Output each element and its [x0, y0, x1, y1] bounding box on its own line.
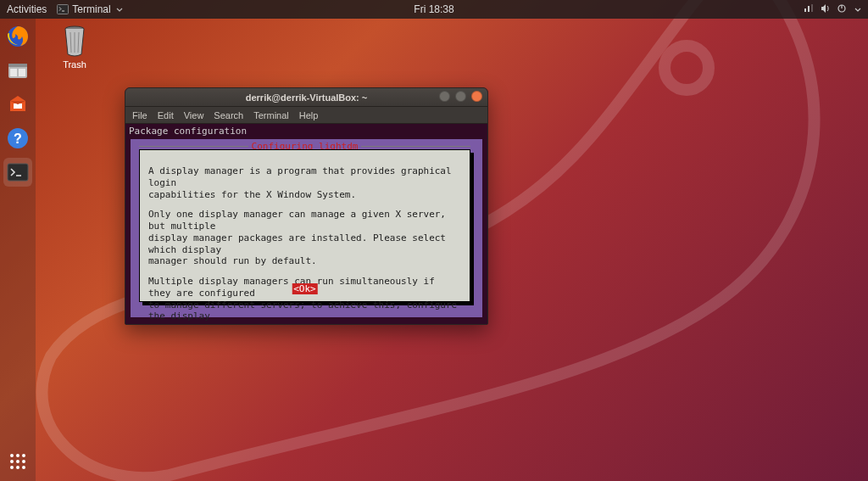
svg-point-17 — [22, 454, 25, 457]
firefox-icon — [6, 25, 30, 48]
dock: ? — [0, 19, 36, 481]
terminal-viewport[interactable]: Package configuration Configuring lightd… — [125, 124, 487, 324]
window-close-button[interactable] — [471, 91, 482, 102]
svg-rect-7 — [8, 64, 27, 67]
package-config-header: Package configuration — [129, 126, 484, 137]
window-maximize-button[interactable] — [455, 91, 466, 102]
menu-view[interactable]: View — [184, 110, 204, 120]
files-icon — [6, 59, 30, 82]
terminal-window: derrik@derrik-VirtualBox: ~ File Edit Vi… — [125, 87, 488, 325]
apps-grid-icon — [8, 452, 27, 471]
menu-help[interactable]: Help — [299, 110, 319, 120]
menu-terminal[interactable]: Terminal — [253, 110, 289, 120]
app-menu-label: Terminal — [72, 3, 110, 15]
svg-point-20 — [22, 460, 25, 463]
window-title: derrik@derrik-VirtualBox: ~ — [246, 92, 368, 103]
desktop-trash-label: Trash — [47, 59, 102, 70]
svg-point-21 — [10, 466, 14, 469]
svg-point-23 — [22, 466, 25, 469]
menu-search[interactable]: Search — [214, 110, 243, 120]
help-icon: ? — [6, 126, 30, 150]
terminal-menubar: File Edit View Search Terminal Help — [125, 107, 487, 124]
dock-item-help[interactable]: ? — [3, 124, 32, 153]
power-icon[interactable] — [837, 3, 846, 15]
svg-point-19 — [16, 460, 19, 463]
debconf-dialog: A display manager is a program that prov… — [139, 149, 470, 302]
system-menu-chevron[interactable] — [854, 3, 861, 15]
debconf-ok-button[interactable]: <Ok> — [292, 283, 318, 294]
svg-rect-8 — [10, 69, 17, 76]
window-titlebar[interactable]: derrik@derrik-VirtualBox: ~ — [125, 88, 487, 107]
svg-rect-1 — [58, 5, 69, 14]
svg-point-15 — [10, 454, 14, 457]
svg-text:?: ? — [14, 131, 22, 146]
dock-item-files[interactable] — [3, 56, 32, 85]
debconf-background: Configuring lightdm A display manager is… — [131, 139, 482, 317]
clock[interactable]: Fri 18:38 — [414, 3, 453, 15]
app-menu-terminal[interactable]: Terminal — [57, 3, 122, 15]
debconf-text-2: Only one display manager can manage a gi… — [148, 209, 461, 267]
svg-point-16 — [16, 454, 19, 457]
dock-item-terminal[interactable] — [3, 158, 32, 187]
dock-item-firefox[interactable] — [3, 22, 32, 51]
terminal-app-icon — [6, 160, 30, 184]
chevron-down-icon — [116, 3, 123, 15]
svg-rect-13 — [8, 164, 28, 181]
software-icon — [6, 92, 30, 116]
gnome-top-bar: Activities Terminal Fri 18:38 — [0, 0, 868, 19]
svg-point-18 — [10, 460, 14, 463]
menu-edit[interactable]: Edit — [158, 110, 174, 120]
window-minimize-button[interactable] — [439, 91, 450, 102]
show-applications-button[interactable] — [3, 447, 32, 476]
dock-item-software[interactable] — [3, 90, 32, 119]
network-icon[interactable] — [804, 3, 814, 15]
svg-rect-9 — [19, 69, 25, 76]
terminal-icon — [57, 4, 69, 14]
activities-button[interactable]: Activities — [7, 3, 47, 15]
svg-point-22 — [16, 466, 19, 469]
trash-icon — [47, 24, 102, 58]
desktop-trash[interactable]: Trash — [47, 24, 102, 70]
sound-icon[interactable] — [821, 3, 831, 15]
menu-file[interactable]: File — [132, 110, 147, 120]
debconf-text-1: A display manager is a program that prov… — [148, 165, 461, 200]
